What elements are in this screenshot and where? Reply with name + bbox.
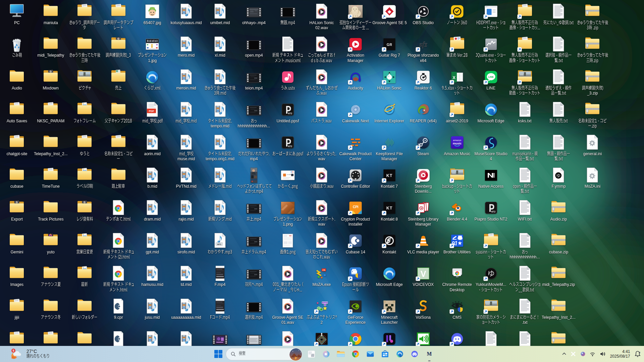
svg-text:M: M [427, 351, 432, 357]
svg-text:5: 5 [13, 349, 14, 352]
svg-text:z: z [639, 351, 641, 354]
